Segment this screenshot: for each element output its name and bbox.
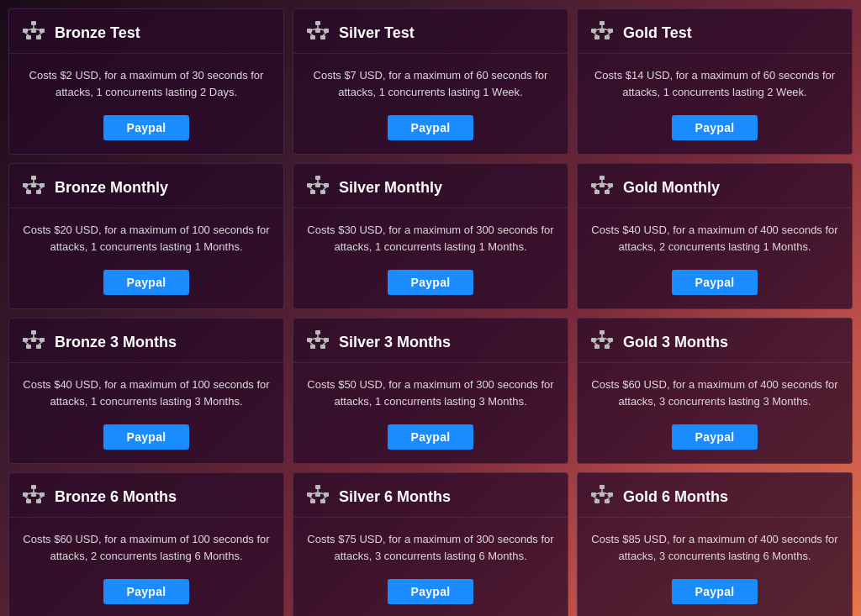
- card-body-gold-6months: Costs $85 USD, for a maximum of 400 seco…: [578, 518, 852, 616]
- card-silver-monthly: Silver Monthly Costs $30 USD, for a maxi…: [293, 163, 568, 309]
- network-icon: [307, 21, 329, 45]
- svg-rect-93: [605, 345, 610, 349]
- card-body-bronze-monthly: Costs $20 USD, for a maximum of 100 seco…: [9, 208, 283, 308]
- svg-rect-77: [315, 330, 320, 334]
- svg-rect-49: [320, 190, 325, 194]
- card-bronze-monthly: Bronze Monthly Costs $20 USD, for a maxi…: [8, 163, 284, 309]
- svg-rect-38: [36, 190, 41, 194]
- card-body-silver-monthly: Costs $30 USD, for a maximum of 300 seco…: [293, 208, 568, 308]
- svg-line-20: [309, 33, 313, 35]
- paypal-button-bronze-monthly[interactable]: Paypal: [103, 270, 190, 295]
- card-title-silver-monthly: Silver Monthly: [339, 179, 442, 197]
- card-desc-bronze-3months: Costs $40 USD, for a maximum of 100 seco…: [23, 376, 270, 409]
- card-header-bronze-3months: Bronze 3 Months: [9, 319, 283, 363]
- svg-line-10: [39, 33, 42, 35]
- network-icon: [307, 176, 329, 199]
- card-gold-test: Gold Test Costs $14 USD, for a maximum o…: [577, 8, 853, 155]
- svg-rect-114: [310, 499, 315, 503]
- svg-line-119: [309, 497, 313, 499]
- paypal-button-bronze-3months[interactable]: Paypal: [103, 424, 190, 450]
- card-header-silver-3months: Silver 3 Months: [293, 319, 568, 363]
- svg-line-53: [309, 187, 313, 190]
- network-icon: [23, 21, 45, 45]
- svg-line-31: [594, 33, 597, 35]
- card-title-silver-test: Silver Test: [339, 24, 415, 42]
- card-title-bronze-test: Bronze Test: [55, 24, 140, 42]
- svg-rect-44: [315, 176, 320, 180]
- card-body-silver-6months: Costs $75 USD, for a maximum of 300 seco…: [293, 518, 568, 616]
- card-header-bronze-test: Bronze Test: [9, 9, 283, 54]
- svg-line-54: [323, 187, 326, 190]
- card-body-bronze-test: Costs $2 USD, for a maximum of 30 second…: [9, 54, 283, 154]
- card-title-silver-6months: Silver 6 Months: [339, 488, 451, 506]
- card-title-gold-6months: Gold 6 Months: [623, 488, 728, 506]
- card-desc-gold-test: Costs $14 USD, for a maximum of 60 secon…: [591, 67, 838, 100]
- network-icon: [591, 330, 613, 354]
- paypal-button-gold-test[interactable]: Paypal: [672, 115, 758, 140]
- card-header-gold-test: Gold Test: [578, 9, 852, 54]
- svg-line-130: [594, 497, 597, 499]
- card-desc-bronze-test: Costs $2 USD, for a maximum of 30 second…: [23, 67, 270, 100]
- card-body-silver-test: Costs $7 USD, for a maximum of 60 second…: [293, 54, 568, 154]
- card-desc-bronze-6months: Costs $60 USD, for a maximum of 100 seco…: [23, 531, 270, 564]
- card-body-gold-monthly: Costs $40 USD, for a maximum of 400 seco…: [578, 208, 852, 308]
- svg-rect-103: [26, 499, 31, 503]
- svg-rect-126: [605, 499, 610, 503]
- svg-line-75: [25, 342, 29, 345]
- card-title-gold-test: Gold Test: [623, 24, 692, 42]
- card-desc-bronze-monthly: Costs $20 USD, for a maximum of 100 seco…: [23, 222, 270, 255]
- network-icon: [307, 485, 329, 508]
- svg-rect-15: [310, 35, 315, 39]
- paypal-button-silver-monthly[interactable]: Paypal: [388, 270, 474, 295]
- svg-rect-66: [31, 330, 36, 334]
- card-silver-6months: Silver 6 Months Costs $75 USD, for a max…: [293, 472, 568, 616]
- card-body-bronze-6months: Costs $60 USD, for a maximum of 100 seco…: [9, 518, 283, 616]
- card-title-silver-3months: Silver 3 Months: [339, 334, 451, 351]
- card-body-gold-3months: Costs $60 USD, for a maximum of 400 seco…: [578, 363, 852, 463]
- svg-rect-33: [31, 176, 36, 180]
- card-title-bronze-6months: Bronze 6 Months: [55, 488, 177, 506]
- svg-line-42: [25, 187, 29, 190]
- svg-line-21: [323, 33, 326, 35]
- svg-rect-92: [594, 345, 600, 349]
- svg-rect-11: [315, 21, 320, 25]
- svg-rect-22: [600, 21, 605, 25]
- network-icon: [23, 485, 45, 508]
- svg-rect-26: [594, 35, 600, 39]
- svg-rect-0: [31, 21, 36, 25]
- card-desc-silver-3months: Costs $50 USD, for a maximum of 300 seco…: [307, 376, 554, 409]
- paypal-button-bronze-test[interactable]: Paypal: [103, 115, 190, 140]
- card-title-gold-3months: Gold 3 Months: [623, 334, 728, 351]
- paypal-button-gold-6months[interactable]: Paypal: [672, 579, 758, 604]
- card-desc-gold-monthly: Costs $40 USD, for a maximum of 400 seco…: [591, 222, 838, 255]
- svg-rect-5: [36, 35, 41, 39]
- svg-rect-88: [600, 330, 605, 334]
- paypal-button-silver-6months[interactable]: Paypal: [388, 579, 474, 604]
- paypal-button-gold-3months[interactable]: Paypal: [672, 424, 758, 450]
- card-gold-6months: Gold 6 Months Costs $85 USD, for a maxim…: [577, 472, 853, 616]
- paypal-button-gold-monthly[interactable]: Paypal: [672, 270, 758, 295]
- card-body-gold-test: Costs $14 USD, for a maximum of 60 secon…: [578, 54, 852, 154]
- svg-rect-104: [36, 499, 41, 503]
- card-header-gold-6months: Gold 6 Months: [578, 473, 852, 518]
- card-desc-silver-test: Costs $7 USD, for a maximum of 60 second…: [307, 67, 554, 100]
- network-icon: [591, 176, 613, 199]
- svg-rect-125: [594, 499, 600, 503]
- svg-line-120: [323, 497, 326, 499]
- card-header-gold-monthly: Gold Monthly: [578, 164, 852, 208]
- card-desc-silver-monthly: Costs $30 USD, for a maximum of 300 seco…: [307, 222, 554, 255]
- svg-rect-99: [31, 485, 36, 489]
- network-icon: [591, 485, 613, 508]
- network-icon: [591, 21, 613, 45]
- card-header-silver-6months: Silver 6 Months: [293, 473, 568, 518]
- card-bronze-6months: Bronze 6 Months Costs $60 USD, for a max…: [8, 472, 284, 616]
- svg-line-98: [607, 342, 610, 345]
- paypal-button-silver-test[interactable]: Paypal: [388, 115, 474, 140]
- paypal-button-bronze-6months[interactable]: Paypal: [103, 579, 190, 604]
- svg-rect-70: [26, 345, 31, 349]
- svg-line-76: [39, 342, 42, 345]
- paypal-button-silver-3months[interactable]: Paypal: [388, 424, 474, 450]
- card-bronze-test: Bronze Test Costs $2 USD, for a maximum …: [8, 8, 284, 155]
- network-icon: [23, 330, 45, 354]
- card-desc-gold-6months: Costs $85 USD, for a maximum of 400 seco…: [591, 531, 838, 564]
